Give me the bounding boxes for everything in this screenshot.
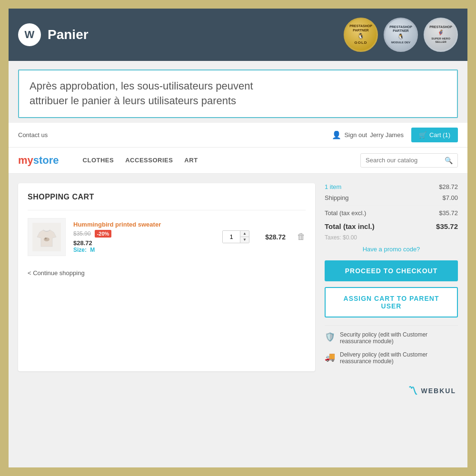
summary-item-line: 1 item $28.72	[325, 183, 458, 190]
cart-panel-title: SHOPPING CART	[28, 193, 306, 201]
shield-icon: 🛡️	[325, 332, 335, 342]
delivery-policy-text: Delivery policy (edit with Customer reas…	[340, 351, 458, 365]
search-icon: 🔍	[445, 157, 453, 164]
summary-total-incl-line: Total (tax incl.) $35.72	[325, 220, 458, 230]
user-icon: 👤	[332, 130, 341, 139]
taxes-label: Taxes: $0.00	[325, 234, 458, 241]
truck-icon: 🚚	[325, 352, 335, 362]
security-policy-text: Security policy (edit with Customer reas…	[340, 331, 458, 345]
search-input[interactable]	[366, 157, 442, 164]
badge-gold: PRESTASHOP PARTNER 🐧 GOLD	[344, 18, 378, 52]
badge-silver: PRESTASHOP PARTNER 🐧 MODULE DEV	[384, 18, 418, 52]
search-box: 🔍	[360, 153, 458, 168]
product-size: Size: M	[73, 247, 215, 253]
discount-badge: -20%	[95, 230, 112, 238]
product-image	[28, 218, 66, 256]
contact-link[interactable]: Contact us	[18, 131, 48, 139]
header-left: W Panier	[18, 23, 89, 46]
logo-store: store	[33, 154, 59, 166]
total-incl-label: Total (tax incl.)	[325, 222, 375, 230]
cart-label: Cart (1)	[429, 131, 450, 139]
total-excl-label: Total (tax excl.)	[325, 209, 366, 217]
delivery-policy: 🚚 Delivery policy (edit with Customer re…	[325, 351, 458, 365]
original-price: $35.90	[73, 230, 91, 237]
promo-link[interactable]: Have a promo code?	[325, 246, 458, 253]
announcement-text: Après approbation, les sous-utilisateurs…	[30, 79, 446, 109]
webkul-icon: 〽	[408, 386, 418, 397]
product-info: Hummingbird printed sweater $35.90 -20% …	[73, 221, 215, 253]
logo-my: my	[18, 154, 33, 166]
current-price: $28.72	[73, 239, 215, 247]
total-excl-price: $35.72	[439, 209, 458, 217]
username-label: Jerry James	[370, 131, 404, 139]
item-count-price: $28.72	[439, 183, 458, 190]
svg-point-2	[45, 238, 47, 239]
cart-icon: 🛒	[419, 131, 426, 139]
product-name: Hummingbird printed sweater	[73, 221, 215, 228]
brand-label: WEBKUL	[421, 387, 456, 395]
summary-shipping-line: Shipping $7.00	[325, 194, 458, 201]
nav-art[interactable]: ART	[184, 157, 198, 164]
top-bar: Contact us 👤 Sign out Jerry James 🛒 Cart…	[9, 123, 467, 148]
cart-button[interactable]: 🛒 Cart (1)	[411, 128, 458, 142]
summary-total-excl-line: Total (tax excl.) $35.72	[325, 205, 458, 217]
signout-link[interactable]: Sign out	[344, 131, 367, 139]
summary-panel: 1 item $28.72 Shipping $7.00 Total (tax …	[325, 183, 458, 371]
size-value: M	[90, 247, 95, 253]
badge-gray: PRESTASHOP 🦸 SUPER HERO SELLER	[424, 18, 458, 52]
qty-up-button[interactable]: ▲	[240, 231, 249, 237]
total-incl-price: $35.72	[436, 222, 458, 230]
store-logo: mystore	[18, 154, 59, 167]
page-title: Panier	[48, 27, 89, 42]
footer: 〽 WEBKUL	[9, 381, 467, 401]
qty-wrapper: ▲ ▼	[222, 230, 249, 243]
qty-down-button[interactable]: ▼	[240, 237, 249, 243]
qty-buttons: ▲ ▼	[240, 231, 249, 243]
shipping-label: Shipping	[325, 194, 349, 201]
nav-clothes[interactable]: CLOTHES	[83, 157, 114, 164]
partner-badges: PRESTASHOP PARTNER 🐧 GOLD PRESTASHOP PAR…	[344, 18, 458, 52]
shipping-price: $7.00	[442, 194, 458, 201]
nav-links: CLOTHES ACCESSORIES ART	[83, 157, 346, 164]
checkout-button[interactable]: PROCEED TO CHECKOUT	[325, 260, 458, 281]
nav-bar: mystore CLOTHES ACCESSORIES ART 🔍	[9, 148, 467, 174]
main-content: SHOPPING CART	[9, 174, 467, 381]
assign-cart-button[interactable]: ASSIGN CART TO PARENT USER	[325, 287, 458, 317]
logo-letter: W	[25, 29, 35, 41]
product-thumbnail	[32, 223, 61, 251]
user-info: 👤 Sign out Jerry James	[332, 130, 404, 139]
svg-point-1	[44, 238, 50, 241]
continue-shopping-link[interactable]: Continue shopping	[28, 269, 306, 277]
product-price-row: $35.90 -20%	[73, 230, 215, 238]
policy-block: 🛡️ Security policy (edit with Customer r…	[325, 325, 458, 365]
qty-input[interactable]	[223, 231, 240, 243]
security-policy: 🛡️ Security policy (edit with Customer r…	[325, 331, 458, 345]
webkul-logo: 〽 WEBKUL	[408, 386, 456, 397]
cart-panel: SHOPPING CART	[18, 183, 315, 371]
announcement-banner: Après approbation, les sous-utilisateurs…	[18, 69, 458, 118]
header-logo: W	[18, 23, 41, 46]
nav-accessories[interactable]: ACCESSORIES	[125, 157, 173, 164]
site-header: W Panier PRESTASHOP PARTNER 🐧 GOLD PREST…	[9, 9, 467, 61]
delete-item-button[interactable]: 🗑	[297, 232, 306, 242]
item-price: $28.72	[257, 233, 286, 241]
item-count-label: 1 item	[325, 183, 341, 190]
cart-item: Hummingbird printed sweater $35.90 -20% …	[28, 218, 306, 264]
